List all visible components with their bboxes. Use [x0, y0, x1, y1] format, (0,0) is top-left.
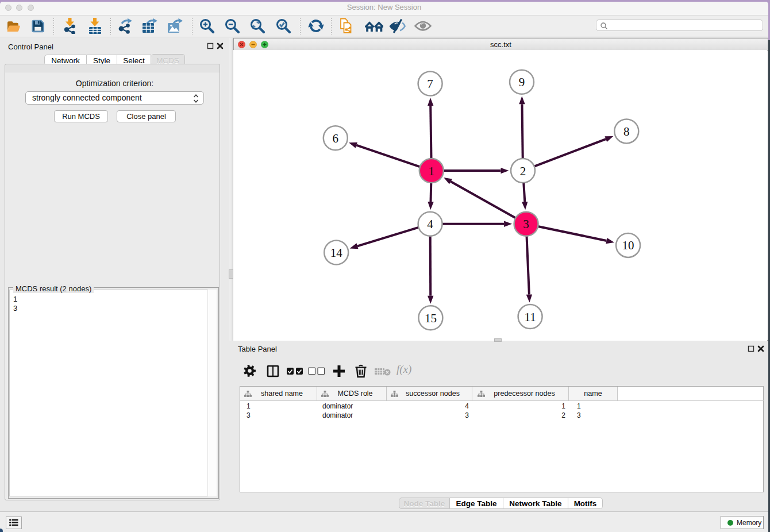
svg-text:1: 1 — [429, 164, 435, 178]
svg-text:3: 3 — [523, 217, 529, 231]
svg-text:11: 11 — [524, 310, 536, 324]
svg-text:7: 7 — [427, 77, 433, 91]
svg-text:6: 6 — [333, 132, 339, 145]
svg-text:4: 4 — [427, 217, 433, 231]
svg-text:15: 15 — [425, 311, 437, 325]
svg-text:10: 10 — [622, 238, 634, 252]
svg-text:9: 9 — [519, 75, 525, 89]
svg-text:14: 14 — [330, 246, 343, 260]
svg-text:2: 2 — [520, 164, 526, 178]
svg-text:8: 8 — [623, 125, 630, 138]
